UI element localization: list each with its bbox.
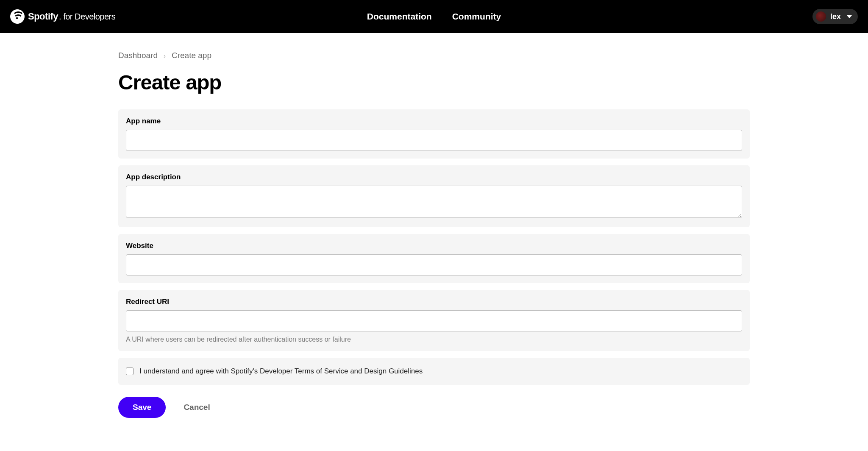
brand-sub: . for Developers: [59, 12, 115, 21]
field-card-website: Website: [118, 234, 750, 283]
brand-main: Spotify: [28, 11, 58, 22]
field-card-redirect-uri: Redirect URI A URI where users can be re…: [118, 290, 750, 351]
agreement-card: I understand and agree with Spotify's De…: [118, 358, 750, 385]
brand-logo[interactable]: Spotify. for Developers: [10, 9, 115, 24]
nav-documentation[interactable]: Documentation: [367, 11, 432, 22]
help-redirect-uri: A URI where users can be redirected afte…: [126, 336, 742, 343]
label-app-name: App name: [126, 117, 742, 125]
field-card-app-description: App description: [118, 165, 750, 227]
input-website[interactable]: [126, 254, 742, 276]
checkbox-agreement[interactable]: [126, 367, 134, 375]
field-card-app-name: App name: [118, 109, 750, 159]
label-website: Website: [126, 242, 742, 250]
username: lex: [830, 12, 841, 21]
chevron-right-icon: ›: [164, 52, 166, 59]
user-menu[interactable]: lex: [812, 9, 858, 24]
primary-nav: Documentation Community: [367, 11, 501, 22]
breadcrumb-current: Create app: [172, 51, 211, 60]
brand-text: Spotify. for Developers: [28, 11, 115, 22]
chevron-down-icon: [847, 15, 852, 18]
label-app-description: App description: [126, 173, 742, 181]
page-title: Create app: [118, 70, 750, 94]
input-redirect-uri[interactable]: [126, 310, 742, 331]
main-container: Dashboard › Create app Create app App na…: [118, 33, 750, 443]
nav-community[interactable]: Community: [452, 11, 501, 22]
cancel-button[interactable]: Cancel: [184, 403, 210, 412]
agreement-text: I understand and agree with Spotify's De…: [139, 367, 423, 376]
top-header: Spotify. for Developers Documentation Co…: [0, 0, 868, 33]
link-developer-tos[interactable]: Developer Terms of Service: [260, 367, 348, 375]
label-redirect-uri: Redirect URI: [126, 298, 742, 306]
input-app-description[interactable]: [126, 186, 742, 218]
breadcrumb: Dashboard › Create app: [118, 51, 750, 60]
breadcrumb-dashboard[interactable]: Dashboard: [118, 51, 158, 60]
link-design-guidelines[interactable]: Design Guidelines: [364, 367, 423, 375]
spotify-icon: [10, 9, 25, 24]
input-app-name[interactable]: [126, 130, 742, 151]
avatar: [816, 11, 826, 22]
form-actions: Save Cancel: [118, 397, 750, 418]
save-button[interactable]: Save: [118, 397, 166, 418]
